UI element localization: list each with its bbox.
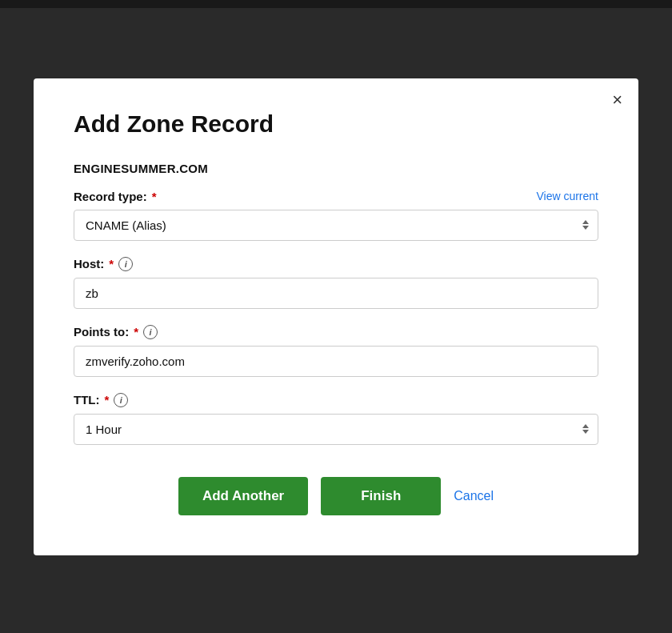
domain-name: ENGINESUMMER.COM	[74, 162, 598, 175]
modal-title: Add Zone Record	[74, 110, 598, 138]
ttl-label: TTL: * i	[74, 393, 128, 407]
record-type-label: Record type: *	[74, 190, 157, 203]
points-to-required: *	[134, 325, 138, 339]
ttl-select[interactable]: 1/2 Hour 1 Hour 2 Hours 4 Hours 8 Hours …	[74, 414, 598, 445]
cancel-button[interactable]: Cancel	[454, 489, 494, 503]
points-to-info-icon: i	[143, 325, 158, 339]
finish-button[interactable]: Finish	[321, 477, 441, 515]
modal-overlay: × Add Zone Record ENGINESUMMER.COM Recor…	[0, 0, 672, 633]
add-another-button[interactable]: Add Another	[178, 477, 308, 515]
host-label: Host: * i	[74, 257, 133, 271]
record-type-required: *	[152, 190, 157, 203]
ttl-field: TTL: * i 1/2 Hour 1 Hour 2 Hours 4 Hours…	[74, 393, 598, 445]
host-info-icon: i	[118, 257, 133, 271]
button-row: Add Another Finish Cancel	[74, 477, 598, 515]
close-button[interactable]: ×	[612, 91, 622, 109]
points-to-input[interactable]	[74, 346, 598, 377]
host-input[interactable]	[74, 278, 598, 309]
host-field: Host: * i	[74, 257, 598, 309]
record-type-field: Record type: * View current A (Address) …	[74, 190, 598, 241]
modal-dialog: × Add Zone Record ENGINESUMMER.COM Recor…	[34, 78, 638, 555]
ttl-select-wrapper: 1/2 Hour 1 Hour 2 Hours 4 Hours 8 Hours …	[74, 414, 598, 445]
record-type-select[interactable]: A (Address) AAAA (IPv6 Address) CNAME (A…	[74, 210, 598, 241]
ttl-required: *	[104, 393, 109, 407]
ttl-info-icon: i	[114, 393, 128, 407]
points-to-label: Points to: * i	[74, 325, 158, 339]
host-required: *	[109, 257, 114, 270]
points-to-field: Points to: * i	[74, 325, 598, 377]
record-type-select-wrapper: A (Address) AAAA (IPv6 Address) CNAME (A…	[74, 210, 598, 241]
view-current-link[interactable]: View current	[536, 190, 598, 202]
